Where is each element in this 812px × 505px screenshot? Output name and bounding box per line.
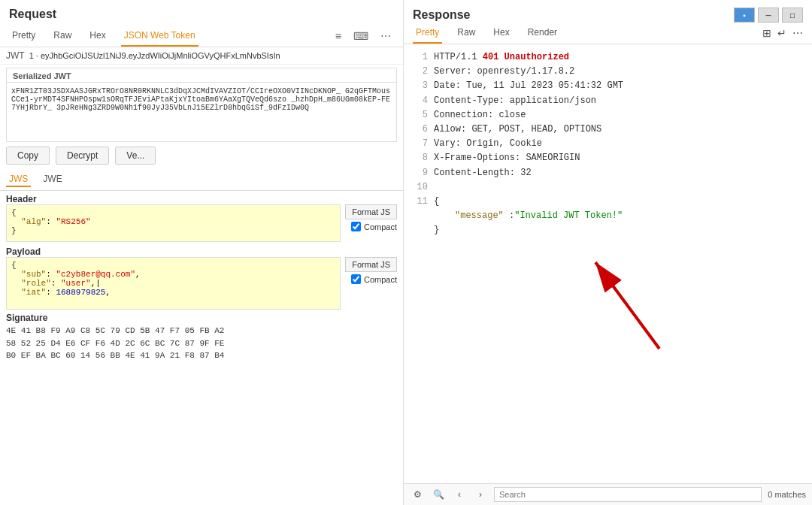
line-6: 6 Allow: GET, POST, HEAD, OPTIONS [413, 122, 803, 137]
resp-tab-pretty[interactable]: Pretty [413, 23, 442, 44]
line-5: 5 Connection: close [413, 108, 803, 122]
payload-role-key: "role" [11, 279, 51, 288]
bottom-bar: ⚙ 🔍 ‹ › 0 matches [404, 483, 812, 505]
header-compact-label: Compact [364, 222, 397, 231]
signature-hex-line3: B0 EF BA BC 60 14 56 BB 4E 41 9A 21 F8 8… [6, 349, 397, 362]
request-title: Request [0, 0, 403, 26]
line-13: } [413, 223, 803, 237]
prev-icon[interactable]: ‹ [452, 487, 467, 502]
line-4: 4 Content-Type: application/json [413, 94, 803, 108]
tab-icon-group: ≡ ⌨ ⋯ [332, 29, 394, 44]
response-icons: ⊞ ↵ ⋯ [762, 27, 803, 39]
resp-tab-raw[interactable]: Raw [454, 23, 478, 44]
resp-icon-wrap[interactable]: ↵ [777, 27, 786, 39]
payload-compact-checkbox[interactable] [351, 274, 361, 284]
copy-button[interactable]: Copy [6, 147, 50, 165]
wc-btn-2[interactable]: ─ [758, 8, 779, 23]
header-compact-checkbox[interactable] [351, 222, 361, 231]
jws-tab[interactable]: JWS [6, 172, 31, 187]
payload-format-button[interactable]: Format JS [345, 257, 397, 272]
resp-tab-hex[interactable]: Hex [490, 23, 512, 44]
right-panel: Response ▪ ─ □ Pretty Raw Hex Render ⊞ ↵… [404, 0, 812, 505]
request-tabs: Pretty Raw Hex JSON Web Token ≡ ⌨ ⋯ [0, 26, 403, 47]
header-section: { "alg": "RS256" } Format JS Compact [0, 204, 403, 242]
header-format-col: Format JS Compact [341, 204, 397, 231]
jwt-btn-row: Copy Decrypt Ve... [0, 142, 403, 169]
line-9: 9 Content-Length: 32 [413, 166, 803, 180]
resp-icon-pretty[interactable]: ⊞ [762, 27, 771, 39]
tab-jwt[interactable]: JSON Web Token [121, 26, 198, 47]
jwt-value: 1 · eyJhbGciOiJSUzl1NiJ9.eyJzdWIiOiJjMnl… [29, 51, 397, 60]
line-7: 7 Vary: Origin, Cookie [413, 137, 803, 151]
match-count: 0 matches [768, 490, 806, 499]
wc-btn-3[interactable]: □ [782, 8, 803, 23]
header-open-brace: { [11, 208, 17, 217]
payload-compact-check[interactable]: Compact [351, 274, 397, 284]
jwt-row: JWT 1 · eyJhbGciOiJSUzl1NiJ9.eyJzdWIiOiJ… [0, 47, 403, 65]
search-input[interactable] [494, 487, 762, 502]
jwt-textarea[interactable]: xFNR1ZT03JSDXAASJGRxTROrO8NR0RKNNLC3dDqX… [6, 82, 397, 142]
signature-hex-line2: 58 52 25 D4 E6 CF F6 4D 2C 6C BC 7C 87 9… [6, 337, 397, 350]
jwt-label: JWT [6, 50, 25, 61]
tab-icon-list[interactable]: ≡ [332, 29, 344, 44]
response-title: Response [413, 8, 470, 22]
header-content[interactable]: { "alg": "RS256" } [6, 204, 341, 242]
serialized-jwt-label: Serialized JWT [6, 68, 397, 82]
annotation-arrow [524, 240, 689, 360]
payload-iat-key: "iat" [11, 288, 46, 297]
tab-raw[interactable]: Raw [50, 26, 74, 47]
jws-tabs: JWS JWE [0, 169, 403, 191]
payload-role-val: "user" [61, 279, 91, 288]
tab-hex[interactable]: Hex [86, 26, 108, 47]
payload-section-title: Payload [6, 246, 397, 257]
window-controls: ▪ ─ □ [734, 8, 803, 23]
left-panel: Request Pretty Raw Hex JSON Web Token ≡ … [0, 0, 404, 505]
resp-tab-render[interactable]: Render [525, 23, 560, 44]
line-10: 10 [413, 180, 803, 195]
payload-content[interactable]: { "sub": "c2yb8er@qq.com", "role": "user… [6, 257, 341, 310]
tab-pretty[interactable]: Pretty [9, 26, 38, 47]
jwe-tab[interactable]: JWE [40, 172, 65, 187]
verify-button[interactable]: Ve... [115, 147, 156, 165]
tab-icon-menu[interactable]: ⋯ [377, 29, 394, 44]
line-11: 11 { [413, 195, 803, 209]
header-close-brace: } [11, 226, 17, 235]
payload-section: { "sub": "c2yb8er@qq.com", "role": "user… [0, 257, 403, 310]
signature-section: Signature 4E 41 B8 F9 A9 C8 5C 79 CD 5B … [0, 310, 403, 365]
line-3: 3 Date: Tue, 11 Jul 2023 05:41:32 GMT [413, 79, 803, 93]
header-format-button[interactable]: Format JS [345, 204, 397, 219]
signature-hex-line1: 4E 41 B8 F9 A9 C8 5C 79 CD 5B 47 F7 05 F… [6, 325, 397, 337]
header-alg-val: "RS256" [56, 217, 90, 226]
resp-icon-menu[interactable]: ⋯ [792, 27, 803, 39]
header-section-title: Header [6, 194, 397, 204]
header-compact-check[interactable]: Compact [351, 222, 397, 231]
svg-line-1 [595, 262, 659, 349]
decrypt-button[interactable]: Decrypt [56, 147, 109, 165]
response-tabs: Pretty Raw Hex Render ⊞ ↵ ⋯ [404, 23, 812, 44]
line-8: 8 X-Frame-Options: SAMEORIGIN [413, 151, 803, 165]
payload-format-col: Format JS Compact [341, 257, 397, 284]
wc-btn-1[interactable]: ▪ [734, 8, 755, 23]
payload-open-brace: { [11, 261, 17, 270]
header-alg-key: "alg" [11, 217, 46, 226]
response-body: 1 HTTP/1.1 401 Unauthorized 2 Server: op… [404, 44, 812, 483]
next-icon[interactable]: › [473, 487, 488, 502]
signature-title: Signature [6, 313, 397, 323]
payload-compact-label: Compact [364, 275, 397, 284]
payload-sub-key: "sub" [11, 270, 46, 279]
settings-icon[interactable]: ⚙ [410, 487, 425, 502]
payload-iat-val: 1688979825 [56, 288, 105, 297]
line-12: "message" :"Invalid JWT Token!" [413, 209, 803, 223]
line-1: 1 HTTP/1.1 401 Unauthorized [413, 50, 803, 65]
search-icon[interactable]: 🔍 [431, 487, 446, 502]
payload-sub-val: "c2yb8er@qq.com" [56, 270, 135, 279]
line-2: 2 Server: openresty/1.17.8.2 [413, 65, 803, 79]
tab-icon-word[interactable]: ⌨ [350, 29, 371, 44]
